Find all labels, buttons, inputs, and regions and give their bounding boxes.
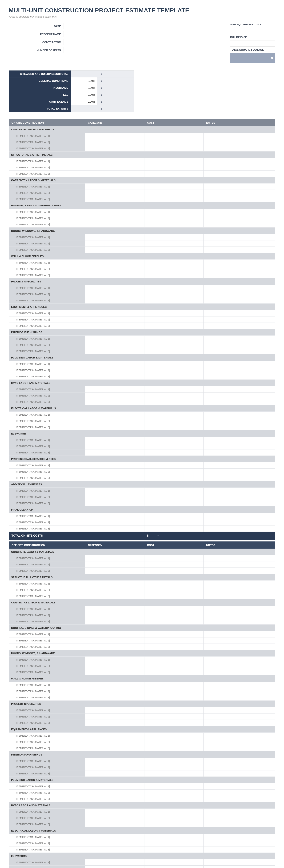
item-category[interactable]	[85, 561, 144, 568]
item-label[interactable]: [ITEMIZED TASK/MATERIAL 3]	[9, 694, 85, 701]
item-cost[interactable]	[144, 796, 203, 802]
item-notes[interactable]	[203, 618, 275, 625]
item-notes[interactable]	[203, 821, 275, 827]
item-cost[interactable]	[144, 450, 203, 456]
item-category[interactable]	[85, 393, 144, 399]
item-category[interactable]	[85, 412, 144, 418]
item-cost[interactable]	[144, 846, 203, 853]
item-notes[interactable]	[203, 450, 275, 456]
item-cost[interactable]	[144, 164, 203, 170]
item-notes[interactable]	[203, 688, 275, 694]
item-cost[interactable]	[144, 581, 203, 587]
item-notes[interactable]	[203, 593, 275, 599]
item-notes[interactable]	[203, 234, 275, 241]
item-category[interactable]	[85, 593, 144, 599]
item-notes[interactable]	[203, 145, 275, 152]
item-notes[interactable]	[203, 241, 275, 247]
item-cost[interactable]	[144, 285, 203, 291]
item-label[interactable]: [ITEMIZED TASK/MATERIAL 2]	[9, 342, 85, 348]
item-category[interactable]	[85, 745, 144, 751]
item-cost[interactable]	[144, 373, 203, 380]
item-cost[interactable]	[144, 266, 203, 272]
item-notes[interactable]	[203, 815, 275, 821]
item-category[interactable]	[85, 568, 144, 574]
item-label[interactable]: [ITEMIZED TASK/MATERIAL 2]	[9, 815, 85, 821]
item-category[interactable]	[85, 631, 144, 638]
item-notes[interactable]	[203, 519, 275, 526]
item-category[interactable]	[85, 789, 144, 796]
item-label[interactable]: [ITEMIZED TASK/MATERIAL 2]	[9, 291, 85, 298]
item-label[interactable]: [ITEMIZED TASK/MATERIAL 1]	[9, 158, 85, 164]
item-cost[interactable]	[144, 247, 203, 253]
item-cost[interactable]	[144, 399, 203, 405]
item-category[interactable]	[85, 720, 144, 726]
input-project-name[interactable]	[63, 31, 119, 37]
item-notes[interactable]	[203, 663, 275, 669]
item-cost[interactable]	[144, 424, 203, 430]
item-category[interactable]	[85, 513, 144, 519]
item-label[interactable]: [ITEMIZED TASK/MATERIAL 3]	[9, 145, 85, 152]
item-category[interactable]	[85, 170, 144, 177]
item-notes[interactable]	[203, 336, 275, 342]
item-category[interactable]	[85, 158, 144, 164]
summary-pct[interactable]: 0.00%	[71, 91, 97, 98]
item-category[interactable]	[85, 707, 144, 713]
item-cost[interactable]	[144, 694, 203, 701]
item-label[interactable]: [ITEMIZED TASK/MATERIAL 3]	[9, 272, 85, 278]
item-category[interactable]	[85, 367, 144, 373]
item-notes[interactable]	[203, 190, 275, 196]
item-category[interactable]	[85, 259, 144, 266]
item-label[interactable]: [ITEMIZED TASK/MATERIAL 1]	[9, 581, 85, 587]
item-label[interactable]: [ITEMIZED TASK/MATERIAL 1]	[9, 285, 85, 291]
item-category[interactable]	[85, 145, 144, 152]
item-category[interactable]	[85, 221, 144, 227]
item-notes[interactable]	[203, 745, 275, 751]
item-category[interactable]	[85, 682, 144, 688]
item-notes[interactable]	[203, 561, 275, 568]
item-cost[interactable]	[144, 513, 203, 519]
item-cost[interactable]	[144, 139, 203, 145]
item-category[interactable]	[85, 234, 144, 241]
item-cost[interactable]	[144, 418, 203, 424]
item-cost[interactable]	[144, 866, 203, 868]
item-label[interactable]: [ITEMIZED TASK/MATERIAL 2]	[9, 164, 85, 170]
item-label[interactable]: [ITEMIZED TASK/MATERIAL 2]	[9, 241, 85, 247]
item-cost[interactable]	[144, 190, 203, 196]
item-category[interactable]	[85, 437, 144, 443]
item-cost[interactable]	[144, 682, 203, 688]
item-notes[interactable]	[203, 612, 275, 618]
item-notes[interactable]	[203, 739, 275, 745]
item-cost[interactable]	[144, 815, 203, 821]
item-cost[interactable]	[144, 669, 203, 675]
item-cost[interactable]	[144, 561, 203, 568]
item-cost[interactable]	[144, 241, 203, 247]
item-category[interactable]	[85, 834, 144, 840]
item-notes[interactable]	[203, 638, 275, 644]
item-notes[interactable]	[203, 424, 275, 430]
item-label[interactable]: [ITEMIZED TASK/MATERIAL 1]	[9, 682, 85, 688]
item-notes[interactable]	[203, 606, 275, 612]
item-category[interactable]	[85, 215, 144, 221]
item-label[interactable]: [ITEMIZED TASK/MATERIAL 3]	[9, 424, 85, 430]
item-cost[interactable]	[144, 764, 203, 770]
item-cost[interactable]	[144, 386, 203, 393]
item-category[interactable]	[85, 184, 144, 190]
item-notes[interactable]	[203, 809, 275, 815]
item-cost[interactable]	[144, 758, 203, 764]
item-category[interactable]	[85, 519, 144, 526]
item-category[interactable]	[85, 859, 144, 866]
item-label[interactable]: [ITEMIZED TASK/MATERIAL 2]	[9, 494, 85, 500]
item-cost[interactable]	[144, 234, 203, 241]
item-notes[interactable]	[203, 713, 275, 720]
item-notes[interactable]	[203, 488, 275, 494]
item-label[interactable]: [ITEMIZED TASK/MATERIAL 1]	[9, 834, 85, 840]
item-category[interactable]	[85, 688, 144, 694]
item-notes[interactable]	[203, 555, 275, 561]
item-label[interactable]: [ITEMIZED TASK/MATERIAL 1]	[9, 555, 85, 561]
item-label[interactable]: [ITEMIZED TASK/MATERIAL 3]	[9, 644, 85, 650]
item-category[interactable]	[85, 348, 144, 354]
item-category[interactable]	[85, 606, 144, 612]
item-label[interactable]: [ITEMIZED TASK/MATERIAL 3]	[9, 450, 85, 456]
item-notes[interactable]	[203, 469, 275, 475]
item-label[interactable]: [ITEMIZED TASK/MATERIAL 3]	[9, 399, 85, 405]
